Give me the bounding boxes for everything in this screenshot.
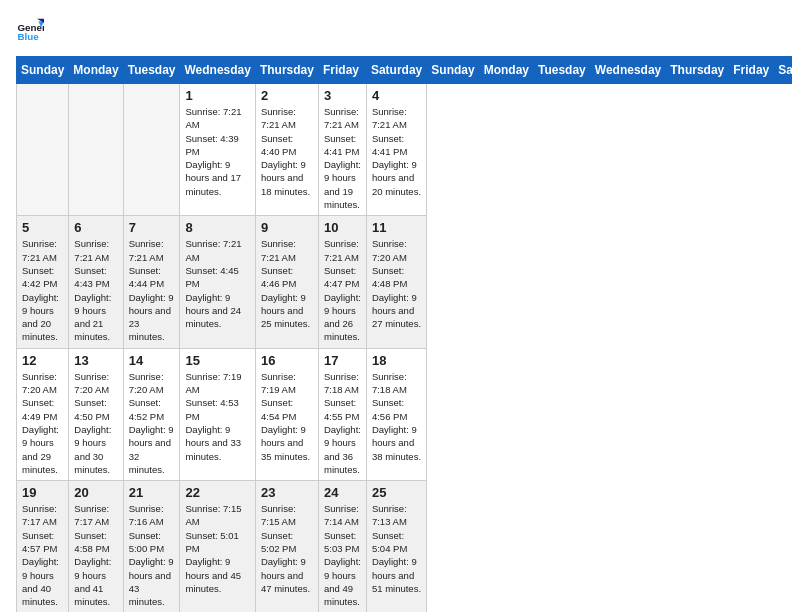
weekday-header-friday: Friday <box>318 57 366 84</box>
calendar-cell: 11Sunrise: 7:20 AM Sunset: 4:48 PM Dayli… <box>366 216 426 348</box>
calendar-cell: 2Sunrise: 7:21 AM Sunset: 4:40 PM Daylig… <box>255 84 318 216</box>
day-info: Sunrise: 7:13 AM Sunset: 5:04 PM Dayligh… <box>372 502 421 595</box>
day-number: 16 <box>261 353 313 368</box>
calendar-cell: 1Sunrise: 7:21 AM Sunset: 4:39 PM Daylig… <box>180 84 255 216</box>
weekday-header-wednesday: Wednesday <box>590 57 665 84</box>
day-info: Sunrise: 7:16 AM Sunset: 5:00 PM Dayligh… <box>129 502 175 608</box>
day-number: 23 <box>261 485 313 500</box>
day-info: Sunrise: 7:15 AM Sunset: 5:01 PM Dayligh… <box>185 502 249 595</box>
weekday-header-sunday: Sunday <box>17 57 69 84</box>
day-info: Sunrise: 7:21 AM Sunset: 4:44 PM Dayligh… <box>129 237 175 343</box>
calendar-week-2: 5Sunrise: 7:21 AM Sunset: 4:42 PM Daylig… <box>17 216 793 348</box>
day-number: 22 <box>185 485 249 500</box>
calendar-cell: 14Sunrise: 7:20 AM Sunset: 4:52 PM Dayli… <box>123 348 180 480</box>
day-info: Sunrise: 7:20 AM Sunset: 4:52 PM Dayligh… <box>129 370 175 476</box>
day-number: 9 <box>261 220 313 235</box>
day-info: Sunrise: 7:21 AM Sunset: 4:41 PM Dayligh… <box>372 105 421 198</box>
calendar-cell: 25Sunrise: 7:13 AM Sunset: 5:04 PM Dayli… <box>366 481 426 612</box>
day-info: Sunrise: 7:17 AM Sunset: 4:57 PM Dayligh… <box>22 502 63 608</box>
day-number: 12 <box>22 353 63 368</box>
weekday-header-monday: Monday <box>69 57 123 84</box>
calendar-week-1: 1Sunrise: 7:21 AM Sunset: 4:39 PM Daylig… <box>17 84 793 216</box>
calendar-cell: 4Sunrise: 7:21 AM Sunset: 4:41 PM Daylig… <box>366 84 426 216</box>
day-info: Sunrise: 7:20 AM Sunset: 4:50 PM Dayligh… <box>74 370 117 476</box>
calendar-cell: 15Sunrise: 7:19 AM Sunset: 4:53 PM Dayli… <box>180 348 255 480</box>
day-info: Sunrise: 7:21 AM Sunset: 4:46 PM Dayligh… <box>261 237 313 330</box>
day-number: 1 <box>185 88 249 103</box>
day-number: 25 <box>372 485 421 500</box>
day-info: Sunrise: 7:21 AM Sunset: 4:41 PM Dayligh… <box>324 105 361 211</box>
page-header: General Blue <box>16 16 776 44</box>
day-number: 6 <box>74 220 117 235</box>
calendar-cell: 5Sunrise: 7:21 AM Sunset: 4:42 PM Daylig… <box>17 216 69 348</box>
calendar-cell: 20Sunrise: 7:17 AM Sunset: 4:58 PM Dayli… <box>69 481 123 612</box>
weekday-header-thursday: Thursday <box>666 57 729 84</box>
calendar-week-4: 19Sunrise: 7:17 AM Sunset: 4:57 PM Dayli… <box>17 481 793 612</box>
calendar-cell: 23Sunrise: 7:15 AM Sunset: 5:02 PM Dayli… <box>255 481 318 612</box>
calendar-cell: 10Sunrise: 7:21 AM Sunset: 4:47 PM Dayli… <box>318 216 366 348</box>
day-info: Sunrise: 7:19 AM Sunset: 4:53 PM Dayligh… <box>185 370 249 463</box>
day-number: 4 <box>372 88 421 103</box>
day-info: Sunrise: 7:17 AM Sunset: 4:58 PM Dayligh… <box>74 502 117 608</box>
weekday-header-saturday: Saturday <box>366 57 426 84</box>
weekday-header-wednesday: Wednesday <box>180 57 255 84</box>
day-number: 8 <box>185 220 249 235</box>
day-number: 3 <box>324 88 361 103</box>
calendar-cell <box>69 84 123 216</box>
day-number: 11 <box>372 220 421 235</box>
day-info: Sunrise: 7:21 AM Sunset: 4:45 PM Dayligh… <box>185 237 249 330</box>
calendar-cell: 17Sunrise: 7:18 AM Sunset: 4:55 PM Dayli… <box>318 348 366 480</box>
day-number: 10 <box>324 220 361 235</box>
day-number: 2 <box>261 88 313 103</box>
calendar-cell <box>17 84 69 216</box>
day-info: Sunrise: 7:18 AM Sunset: 4:55 PM Dayligh… <box>324 370 361 476</box>
day-number: 14 <box>129 353 175 368</box>
calendar-cell: 8Sunrise: 7:21 AM Sunset: 4:45 PM Daylig… <box>180 216 255 348</box>
weekday-header-friday: Friday <box>729 57 774 84</box>
day-number: 21 <box>129 485 175 500</box>
day-info: Sunrise: 7:15 AM Sunset: 5:02 PM Dayligh… <box>261 502 313 595</box>
weekday-header-tuesday: Tuesday <box>123 57 180 84</box>
calendar-cell: 19Sunrise: 7:17 AM Sunset: 4:57 PM Dayli… <box>17 481 69 612</box>
day-number: 13 <box>74 353 117 368</box>
calendar-cell: 7Sunrise: 7:21 AM Sunset: 4:44 PM Daylig… <box>123 216 180 348</box>
day-number: 17 <box>324 353 361 368</box>
day-info: Sunrise: 7:21 AM Sunset: 4:39 PM Dayligh… <box>185 105 249 198</box>
calendar-cell: 21Sunrise: 7:16 AM Sunset: 5:00 PM Dayli… <box>123 481 180 612</box>
day-number: 19 <box>22 485 63 500</box>
logo-icon: General Blue <box>16 16 44 44</box>
weekday-header-sunday: Sunday <box>427 57 479 84</box>
day-info: Sunrise: 7:19 AM Sunset: 4:54 PM Dayligh… <box>261 370 313 463</box>
calendar-cell: 22Sunrise: 7:15 AM Sunset: 5:01 PM Dayli… <box>180 481 255 612</box>
day-number: 24 <box>324 485 361 500</box>
day-info: Sunrise: 7:21 AM Sunset: 4:40 PM Dayligh… <box>261 105 313 198</box>
day-info: Sunrise: 7:18 AM Sunset: 4:56 PM Dayligh… <box>372 370 421 463</box>
calendar-cell: 24Sunrise: 7:14 AM Sunset: 5:03 PM Dayli… <box>318 481 366 612</box>
weekday-header-saturday: Saturday <box>774 57 792 84</box>
day-number: 5 <box>22 220 63 235</box>
day-number: 7 <box>129 220 175 235</box>
calendar-week-3: 12Sunrise: 7:20 AM Sunset: 4:49 PM Dayli… <box>17 348 793 480</box>
weekday-header-monday: Monday <box>479 57 533 84</box>
calendar-cell: 3Sunrise: 7:21 AM Sunset: 4:41 PM Daylig… <box>318 84 366 216</box>
day-info: Sunrise: 7:21 AM Sunset: 4:47 PM Dayligh… <box>324 237 361 343</box>
calendar-cell: 13Sunrise: 7:20 AM Sunset: 4:50 PM Dayli… <box>69 348 123 480</box>
svg-text:Blue: Blue <box>17 31 39 42</box>
calendar-cell: 18Sunrise: 7:18 AM Sunset: 4:56 PM Dayli… <box>366 348 426 480</box>
day-info: Sunrise: 7:21 AM Sunset: 4:42 PM Dayligh… <box>22 237 63 343</box>
day-info: Sunrise: 7:21 AM Sunset: 4:43 PM Dayligh… <box>74 237 117 343</box>
day-number: 20 <box>74 485 117 500</box>
calendar-header-row: SundayMondayTuesdayWednesdayThursdayFrid… <box>17 57 793 84</box>
day-number: 18 <box>372 353 421 368</box>
day-info: Sunrise: 7:20 AM Sunset: 4:48 PM Dayligh… <box>372 237 421 330</box>
day-info: Sunrise: 7:20 AM Sunset: 4:49 PM Dayligh… <box>22 370 63 476</box>
calendar-cell: 12Sunrise: 7:20 AM Sunset: 4:49 PM Dayli… <box>17 348 69 480</box>
logo: General Blue <box>16 16 48 44</box>
day-info: Sunrise: 7:14 AM Sunset: 5:03 PM Dayligh… <box>324 502 361 608</box>
calendar-cell: 9Sunrise: 7:21 AM Sunset: 4:46 PM Daylig… <box>255 216 318 348</box>
weekday-header-tuesday: Tuesday <box>533 57 590 84</box>
calendar-cell <box>123 84 180 216</box>
calendar-table: SundayMondayTuesdayWednesdayThursdayFrid… <box>16 56 792 612</box>
day-number: 15 <box>185 353 249 368</box>
weekday-header-thursday: Thursday <box>255 57 318 84</box>
